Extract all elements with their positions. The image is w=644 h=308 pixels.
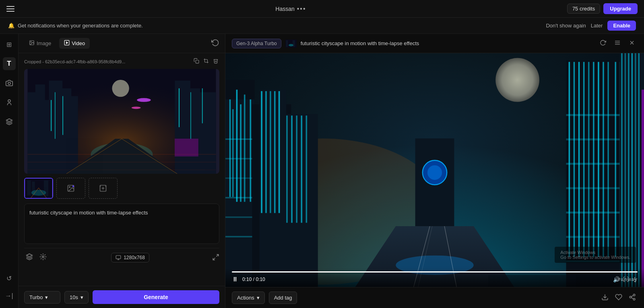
progress-bar[interactable]	[232, 271, 638, 273]
controls-row: 1280x768	[24, 248, 219, 267]
later-link[interactable]: Later	[591, 23, 603, 29]
actions-button[interactable]: Actions ▾	[232, 291, 265, 304]
svg-point-27	[137, 98, 151, 102]
video-header-left: Gen-3 Alpha Turbo futuristic cityscape i…	[232, 39, 419, 48]
video-container: ⏸ 0:10 / 0:10 🔊 ⛶ ⋮	[225, 53, 644, 287]
add-image-button[interactable]	[56, 178, 85, 199]
svg-rect-18	[175, 81, 190, 174]
duration-selector[interactable]: 10s ▾	[64, 291, 89, 304]
sidebar-item-camera[interactable]	[3, 77, 16, 89]
turbo-mode-selector[interactable]: Turbo ▾	[24, 291, 60, 304]
camera-flip-icon[interactable]	[211, 39, 219, 48]
svg-point-44	[69, 187, 70, 188]
controls-left	[24, 252, 48, 264]
generate-row: Turbo ▾ 10s ▾ Generate	[19, 286, 225, 308]
enhance-button[interactable]	[89, 178, 118, 199]
video-header-right	[597, 38, 638, 49]
aspect-ratio-button[interactable]	[212, 254, 219, 262]
svg-rect-106	[603, 62, 604, 257]
svg-rect-107	[607, 62, 609, 257]
turbo-chevron-icon: ▾	[45, 294, 48, 300]
tab-image[interactable]: Image	[24, 38, 56, 49]
layers-control-button[interactable]	[24, 252, 35, 264]
svg-point-4	[31, 42, 31, 42]
svg-rect-56	[286, 40, 288, 47]
svg-marker-6	[66, 42, 68, 44]
video-tab-label: Video	[72, 40, 85, 46]
thumbnail-selected[interactable]	[24, 178, 53, 199]
svg-rect-85	[265, 91, 267, 213]
svg-rect-125	[635, 53, 636, 287]
svg-rect-123	[628, 53, 630, 287]
share-button[interactable]	[627, 292, 638, 304]
duration-label: 10s	[70, 294, 78, 300]
svg-point-49	[42, 256, 44, 258]
like-button[interactable]	[613, 292, 624, 304]
current-time: 0:10	[242, 277, 252, 282]
sidebar-item-person[interactable]	[3, 96, 16, 109]
video-refresh-button[interactable]	[597, 38, 609, 49]
file-action-buttons	[193, 57, 219, 66]
user-options-icon[interactable]: •••	[297, 5, 306, 12]
user-name: Hassan	[275, 6, 294, 12]
preview-image	[24, 69, 219, 174]
hamburger-menu-icon[interactable]	[6, 6, 14, 12]
svg-marker-2	[6, 119, 12, 122]
video-controls: ⏸ 0:10 / 0:10 🔊 ⛶ ⋮	[225, 268, 644, 287]
model-badge: Gen-3 Alpha Turbo	[232, 39, 281, 48]
svg-rect-99	[569, 62, 570, 257]
tab-video[interactable]: Video	[59, 38, 90, 49]
footer-right-icons	[600, 292, 638, 304]
svg-rect-104	[593, 62, 594, 257]
svg-rect-102	[583, 62, 585, 257]
delete-button[interactable]	[212, 57, 219, 66]
topbar-center: Hassan •••	[275, 5, 306, 12]
svg-rect-37	[27, 181, 31, 196]
svg-rect-121	[621, 53, 623, 287]
svg-point-136	[630, 296, 632, 298]
total-time: 0:10	[256, 277, 265, 282]
sidebar-item-grid[interactable]: ⊞	[3, 38, 16, 51]
sidebar-item-text[interactable]: T	[3, 57, 16, 70]
video-menu-button[interactable]	[612, 38, 623, 49]
credits-display: 75 credits	[567, 4, 600, 14]
sidebar-expand-icon[interactable]: →|	[3, 289, 16, 302]
svg-rect-21	[51, 100, 52, 131]
enable-notifications-button[interactable]: Enable	[607, 21, 636, 31]
copy-button[interactable]	[193, 57, 200, 66]
style-control-button[interactable]	[38, 252, 48, 264]
svg-marker-48	[27, 254, 33, 257]
actions-label: Actions	[237, 295, 254, 301]
video-close-button[interactable]	[626, 38, 638, 49]
svg-point-1	[8, 100, 10, 102]
prompt-textarea[interactable]: futuristic cityscape in motion with time…	[24, 204, 219, 244]
svg-point-137	[633, 298, 635, 300]
svg-point-28	[132, 106, 141, 109]
svg-rect-124	[632, 53, 633, 287]
generate-button[interactable]: Generate	[93, 290, 219, 304]
video-tab-icon	[64, 40, 70, 47]
notification-bar: 🔔 Get notifications when your generation…	[0, 18, 644, 34]
notification-text: Get notifications when your generations …	[18, 23, 143, 29]
duration-chevron-icon: ▾	[80, 294, 83, 300]
bell-icon: 🔔	[8, 23, 14, 29]
video-ctrl-row: ⏸ 0:10 / 0:10 🔊 ⛶ ⋮	[232, 276, 638, 283]
video-thumbnail-small	[285, 40, 297, 48]
download-button[interactable]	[600, 292, 610, 304]
dont-show-again-link[interactable]: Don't show again	[546, 23, 586, 29]
svg-rect-87	[274, 91, 276, 213]
svg-rect-24	[179, 88, 180, 127]
svg-rect-122	[625, 53, 626, 287]
add-tag-button[interactable]: Add tag	[269, 291, 297, 304]
svg-line-138	[631, 298, 633, 299]
resolution-selector[interactable]: 1280x768	[111, 253, 149, 262]
image-area: Cropped - 62b35ecd-adc7-4fbb-a869-958fc8…	[19, 53, 225, 286]
upgrade-button[interactable]: Upgrade	[603, 3, 638, 14]
svg-rect-72	[236, 89, 238, 202]
sidebar-refresh-icon[interactable]: ↺	[3, 272, 16, 285]
crop-button[interactable]	[202, 57, 210, 66]
svg-rect-88	[279, 91, 280, 213]
pause-button[interactable]: ⏸	[232, 276, 238, 283]
topbar-right: 75 credits Upgrade	[567, 3, 638, 14]
sidebar-item-layers[interactable]	[3, 115, 16, 128]
